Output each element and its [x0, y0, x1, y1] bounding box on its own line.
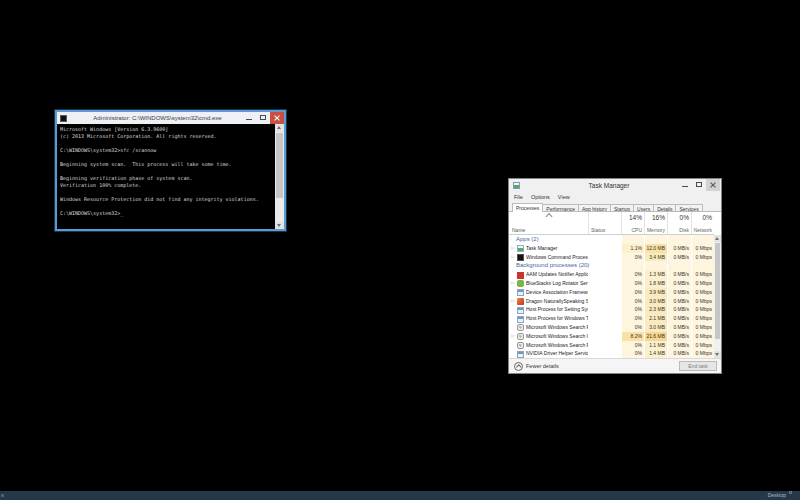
chevron-up-circle-icon	[514, 362, 523, 371]
scrollbar-thumb[interactable]	[715, 243, 720, 339]
cpu-cell: 0%	[621, 341, 644, 350]
expand-arrow-icon[interactable]: ▷	[509, 253, 517, 262]
expand-arrow-icon[interactable]: ▷	[509, 332, 517, 341]
scroll-up-icon[interactable]	[714, 235, 721, 242]
scrollbar-thumb[interactable]	[276, 133, 283, 198]
tm-scrollbar[interactable]	[714, 235, 721, 358]
table-row[interactable]: Host Process for Windows Tasks0%2.1 MB0 …	[509, 314, 714, 323]
window-icon	[517, 351, 524, 358]
table-row[interactable]: AAM Updates Notifier Applicati...0%1.3 M…	[509, 270, 714, 279]
column-header-name[interactable]: Name	[509, 212, 588, 234]
column-header-memory[interactable]: 16% Memory	[644, 212, 667, 234]
process-name: AAM Updates Notifier Applicati...	[526, 270, 588, 279]
minimize-icon[interactable]	[678, 179, 692, 191]
end-task-button[interactable]: End task	[679, 361, 717, 371]
status-cell	[588, 297, 621, 306]
window-icon	[517, 307, 524, 314]
tab-app-history[interactable]: App history	[578, 204, 611, 212]
column-header-status[interactable]: Status	[588, 212, 621, 234]
menu-file[interactable]: File	[514, 194, 523, 200]
status-cell	[588, 244, 621, 253]
table-row[interactable]: ▷Windows Command Processor0%3.4 MB0 MB/s…	[509, 253, 714, 262]
disk-cell: 0 MB/s	[667, 297, 691, 306]
maximize-icon[interactable]	[256, 112, 270, 124]
scroll-down-icon[interactable]	[275, 221, 284, 229]
table-row[interactable]: Host Process for Setting Synchr...0%2.3 …	[509, 305, 714, 314]
process-name: Windows Command Processor	[526, 253, 588, 262]
console-output[interactable]: Microsoft Windows [Version 6.3.9600] (c)…	[60, 126, 272, 229]
aam-icon	[517, 272, 524, 279]
maximize-icon[interactable]	[692, 179, 706, 191]
cpu-cell: 0%	[621, 323, 644, 332]
table-row[interactable]: Microsoft Windows Search Prot...0%1.1 MB…	[509, 341, 714, 350]
fewer-details-button[interactable]: Fewer details	[514, 362, 559, 371]
sort-ascending-icon	[545, 213, 552, 220]
tab-services[interactable]: Services	[675, 204, 702, 212]
task-manager-title: Task Manager	[549, 182, 669, 189]
window-icon	[517, 316, 524, 323]
tab-processes[interactable]: Processes	[512, 203, 543, 212]
table-row[interactable]: ▷Dragon NaturallySpeaking Servi...0%3.0 …	[509, 297, 714, 306]
cmd-window: Administrator: C:\WINDOWS\system32\cmd.e…	[55, 110, 286, 231]
window-icon	[517, 289, 524, 296]
process-name: Task Manager	[526, 244, 588, 253]
desktop-label[interactable]: Desktop	[768, 492, 786, 498]
expand-arrow-icon[interactable]: ▷	[509, 244, 517, 253]
process-group-header[interactable]: Background processes (20)	[509, 261, 714, 270]
taskbar[interactable]: Desktop	[0, 491, 800, 500]
table-row[interactable]: Microsoft Windows Search Filte...0%3.0 M…	[509, 323, 714, 332]
process-name: Host Process for Setting Synchr...	[526, 305, 588, 314]
status-cell	[588, 279, 621, 288]
disk-cell: 0 MB/s	[667, 288, 691, 297]
cpu-cell: 0%	[621, 305, 644, 314]
close-icon[interactable]	[706, 179, 720, 191]
table-row[interactable]: ▷Microsoft Windows Search Inde...8.2%21.…	[509, 332, 714, 341]
network-cell: 0 Mbps	[691, 305, 714, 314]
cmd-titlebar[interactable]: Administrator: C:\WINDOWS\system32\cmd.e…	[57, 112, 284, 124]
tab-performance[interactable]: Performance	[542, 204, 579, 212]
status-cell	[588, 349, 621, 358]
menu-view[interactable]: View	[558, 194, 570, 200]
cpu-cell: 0%	[621, 288, 644, 297]
scroll-up-icon[interactable]	[275, 124, 284, 132]
cmd-window-title: Administrator: C:\WINDOWS\system32\cmd.e…	[77, 115, 238, 121]
column-header-cpu[interactable]: 14% CPU	[621, 212, 644, 234]
network-cell: 0 Mbps	[691, 270, 714, 279]
desktop: Administrator: C:\WINDOWS\system32\cmd.e…	[0, 0, 800, 500]
network-cell: 0 Mbps	[691, 341, 714, 350]
minimize-icon[interactable]	[242, 112, 256, 124]
scroll-down-icon[interactable]	[714, 351, 721, 358]
expand-arrow-icon[interactable]: ▷	[509, 297, 517, 306]
tm-process-panel: Name Status 14% CPU 16% Memory 0% Disk	[509, 212, 721, 358]
dragon-icon	[517, 298, 524, 305]
table-row[interactable]: ▷BlueStacks Log Rotator Service (...0%1.…	[509, 279, 714, 288]
tab-startup[interactable]: Startup	[610, 204, 634, 212]
cpu-cell: 0%	[621, 297, 644, 306]
tab-details[interactable]: Details	[653, 204, 676, 212]
disk-cell: 0 MB/s	[667, 244, 691, 253]
start-icon[interactable]	[1, 494, 4, 497]
column-header-disk[interactable]: 0% Disk	[667, 212, 691, 234]
expand-arrow-icon[interactable]: ▷	[509, 279, 517, 288]
memory-cell: 12.0 MB	[644, 244, 667, 253]
close-icon[interactable]	[270, 112, 284, 124]
menu-options[interactable]: Options	[531, 194, 550, 200]
show-desktop-icon[interactable]	[789, 491, 792, 494]
process-name: Microsoft Windows Search Inde...	[526, 332, 588, 341]
process-name: Device Association Framework ...	[526, 288, 588, 297]
search-icon	[517, 333, 524, 340]
task-manager-titlebar[interactable]: Task Manager	[509, 179, 721, 192]
network-total: 0%	[703, 214, 712, 221]
table-row[interactable]: Device Association Framework ...0%3.9 MB…	[509, 288, 714, 297]
network-cell: 0 Mbps	[691, 253, 714, 262]
table-row[interactable]: NVIDIA Driver Helper Service, Ve...0%1.4…	[509, 349, 714, 358]
network-cell: 0 Mbps	[691, 288, 714, 297]
process-group-header[interactable]: Apps (2)	[509, 235, 714, 244]
memory-cell: 1.3 MB	[644, 270, 667, 279]
column-header-network[interactable]: 0% Network	[691, 212, 714, 234]
disk-cell: 0 MB/s	[667, 279, 691, 288]
table-row[interactable]: ▷Task Manager1.1%12.0 MB0 MB/s0 Mbps	[509, 244, 714, 253]
disk-cell: 0 MB/s	[667, 349, 691, 358]
tab-users[interactable]: Users	[633, 204, 654, 212]
cmd-scrollbar[interactable]	[275, 124, 284, 229]
